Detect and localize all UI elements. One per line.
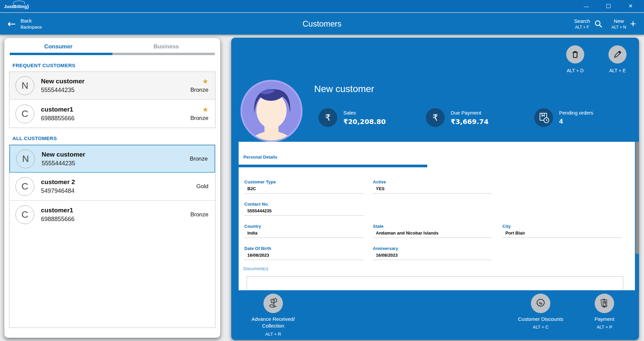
state-value: Andaman and Nicobar Islands	[373, 230, 492, 238]
maximize-button[interactable]	[601, 1, 616, 11]
customer-discounts-label: Customer Discounts	[518, 316, 563, 323]
payment-button[interactable]: Payment ALT + P	[579, 294, 630, 330]
cloud-logo-icon	[13, 1, 25, 5]
customer-phone: 5555444235	[41, 87, 85, 94]
vertical-scrollbar[interactable]	[636, 142, 639, 254]
close-icon: ✕	[629, 3, 633, 9]
edit-button[interactable]	[608, 45, 627, 63]
anniversary-label: Anniversary	[373, 246, 492, 251]
minimize-icon: —	[584, 3, 589, 9]
country-field: Country India	[244, 224, 363, 238]
country-label: Country	[244, 224, 363, 229]
active-value: YES	[373, 186, 492, 194]
tier-badge: Bronze	[190, 211, 208, 218]
svg-text:%: %	[539, 301, 542, 305]
avatar: N	[15, 76, 34, 95]
pending-orders-value: 4	[559, 118, 593, 125]
avatar: C	[15, 104, 34, 123]
customer-phone: 6988855666	[41, 115, 75, 122]
app-logo: JustBilling)	[4, 3, 29, 9]
personal-details-underline	[239, 165, 427, 167]
customer-type-value: B2C	[244, 186, 363, 194]
discount-badge-icon: %	[531, 294, 550, 313]
city-field: City Port Blair	[502, 224, 622, 238]
tab-consumer-underline	[10, 53, 112, 55]
all-customers-heading: ALL CUSTOMERS	[12, 135, 220, 141]
cloud-paren-icon: )	[27, 3, 29, 9]
rupee-icon: ₹	[318, 108, 337, 127]
state-field: State Andaman and Nicobar Islands	[373, 224, 492, 238]
active-field: Active YES	[373, 179, 492, 194]
page-title: Customers	[0, 19, 644, 29]
advance-received-shortcut: ALT + R	[265, 332, 281, 337]
trash-icon	[571, 50, 580, 59]
customer-phone: 5555444235	[42, 160, 85, 167]
customer-name: customer 2	[41, 178, 75, 186]
state-label: State	[373, 224, 492, 229]
rupee-icon: ₹	[426, 108, 445, 127]
contact-value: 5555444235	[244, 208, 363, 216]
sales-label: Sales	[343, 110, 386, 116]
page-header: Customers ← Back Backspace Search ALT + …	[0, 13, 644, 35]
tier-badge: Bronze	[190, 156, 208, 162]
frequent-customers-heading: FREQUENT CUSTOMERS	[12, 62, 220, 68]
tier-badge: Bronze	[190, 87, 208, 93]
frequent-customers-list: N New customer 5555444235 ★ Bronze C cus…	[9, 72, 215, 128]
contact-field: Contact No. 5555444235	[244, 202, 363, 216]
tab-underlines	[10, 53, 215, 55]
edit-shortcut: ALT + E	[597, 68, 638, 73]
star-icon: ★	[202, 78, 208, 85]
due-payment-label: Due Payment	[451, 110, 489, 116]
pending-orders-label: Pending orders	[559, 110, 593, 116]
maximize-icon	[606, 4, 610, 8]
advance-received-icon	[263, 294, 283, 313]
documents-label: Document(s)	[243, 266, 268, 271]
tab-personal-details[interactable]: Personal Details	[243, 155, 277, 160]
customer-phone: 6988855666	[41, 216, 75, 223]
tab-consumer[interactable]: Consumer	[4, 43, 112, 53]
list-item-selected[interactable]: N New customer 5555444235 Bronze	[9, 145, 215, 173]
person-avatar-icon	[240, 80, 303, 142]
list-item[interactable]: C customer1 6988855666 Bronze	[9, 201, 215, 228]
title-bar: JustBilling) — ✕	[0, 0, 644, 12]
dob-label: Date Of Birth	[244, 246, 363, 251]
avatar: N	[16, 150, 35, 168]
advance-received-button[interactable]: Advance Received/ Collection ALT + R	[245, 294, 302, 337]
city-label: City	[502, 224, 622, 229]
pencil-icon	[613, 50, 622, 59]
advance-received-label-line1: Advance Received/	[251, 316, 295, 323]
detail-footer-bar: Advance Received/ Collection ALT + R % C…	[231, 290, 639, 340]
window-controls: — ✕	[579, 1, 638, 11]
pending-orders-stat: Pending orders 4	[534, 108, 593, 127]
delete-button[interactable]	[566, 45, 584, 63]
list-item[interactable]: C customer 2 5497946484 Gold	[9, 173, 215, 201]
close-button[interactable]: ✕	[623, 1, 638, 11]
delete-shortcut: ALT + D	[555, 68, 595, 73]
list-item[interactable]: N New customer 5555444235 ★ Bronze	[9, 72, 215, 100]
country-value: India	[244, 230, 363, 238]
customer-name: customer1	[41, 106, 75, 113]
customer-name: customer1	[41, 207, 75, 214]
customer-type-field: Customer Type B2C	[244, 179, 363, 194]
customer-detail-panel: ALT + D ALT + E New customer ₹ Sales	[231, 38, 639, 340]
due-payment-stat: ₹ Due Payment ₹3,669.74	[426, 108, 489, 127]
dob-field: Date Of Birth 16/08/2023	[244, 246, 363, 260]
detail-customer-name: New customer	[314, 84, 374, 94]
customer-name: New customer	[41, 78, 85, 85]
due-payment-value: ₹3,669.74	[451, 118, 489, 126]
tab-business[interactable]: Business	[112, 43, 220, 53]
minimize-button[interactable]: —	[579, 1, 594, 11]
all-customers-list: N New customer 5555444235 Bronze C custo…	[9, 144, 215, 328]
tab-business-underline	[112, 53, 215, 55]
payment-label: Payment	[594, 316, 614, 323]
customer-discounts-shortcut: ALT + C	[533, 325, 549, 330]
app-logo-text: JustBilling	[4, 4, 27, 9]
contact-label: Contact No.	[244, 202, 363, 207]
personal-details-section: Personal Details Customer Type B2C Activ…	[239, 142, 635, 290]
sales-stat: ₹ Sales ₹20,208.80	[318, 108, 386, 127]
list-item[interactable]: C customer1 6988855666 ★ Bronze	[9, 100, 215, 128]
avatar: C	[15, 205, 34, 224]
customer-type-label: Customer Type	[244, 179, 363, 184]
customer-type-tabs: Consumer Business	[4, 38, 220, 53]
customer-discounts-button[interactable]: % Customer Discounts ALT + C	[515, 294, 566, 330]
